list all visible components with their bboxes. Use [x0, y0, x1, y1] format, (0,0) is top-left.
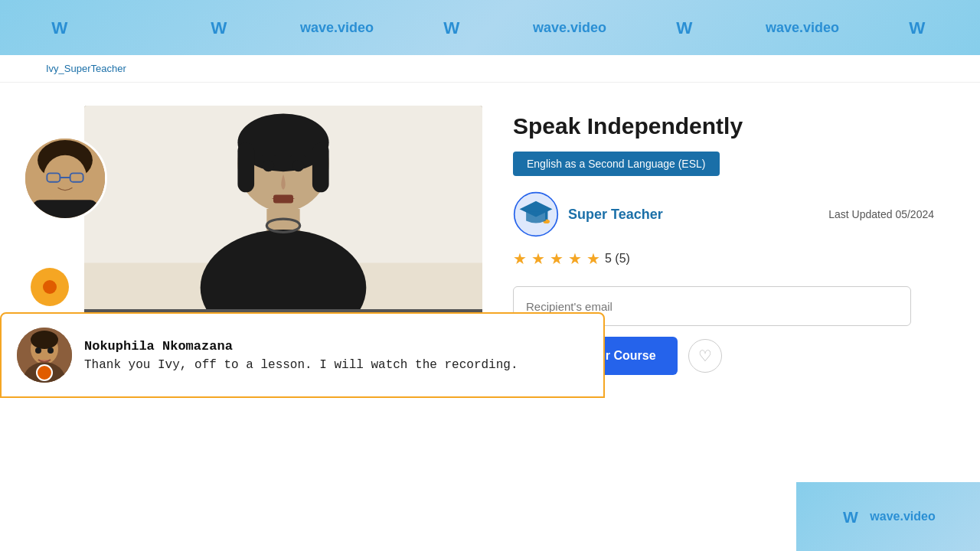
banner-logo-2: W	[208, 15, 233, 40]
last-updated: Last Updated 05/2024	[828, 208, 934, 220]
heart-icon: ♡	[698, 347, 712, 365]
category-badge: English as a Second Language (ESL)	[513, 152, 720, 176]
star-5: ★	[586, 249, 600, 268]
banner-logo-1: W	[49, 15, 74, 40]
chat-content: Nokuphila Nkomazana Thank you Ivy, off t…	[84, 339, 588, 372]
avatar	[23, 136, 107, 220]
svg-point-22	[263, 160, 274, 171]
chat-username: Nokuphila Nkomazana	[84, 339, 588, 354]
chat-avatar	[17, 328, 72, 383]
wishlist-button[interactable]: ♡	[688, 339, 722, 373]
banner-label-2: wave.video	[300, 20, 374, 36]
banner-logo-3: W	[441, 15, 466, 40]
banner-text-2: wave.video	[300, 20, 374, 36]
banner-label-3: wave.video	[533, 20, 606, 36]
svg-rect-18	[312, 142, 329, 192]
svg-point-40	[47, 347, 54, 354]
bottom-wave-text: wave.video	[870, 510, 935, 523]
star-4: ★	[568, 249, 582, 268]
svg-point-39	[35, 347, 41, 354]
live-indicator	[31, 268, 69, 306]
instructor-logo-icon	[513, 191, 559, 237]
instructor-row: Super Teacher Last Updated 05/2024	[513, 191, 934, 237]
star-3: ★	[550, 249, 564, 268]
star-2: ★	[531, 249, 545, 268]
star-1: ★	[513, 249, 527, 268]
instructor-info: Super Teacher	[513, 191, 663, 237]
svg-text:W: W	[909, 18, 926, 37]
svg-point-23	[292, 160, 304, 171]
svg-rect-24	[273, 195, 293, 204]
top-banner: W W wave.video W wave.video W wave.video…	[0, 0, 980, 55]
svg-point-38	[31, 331, 58, 349]
video-thumbnail	[84, 106, 482, 312]
svg-text:W: W	[51, 18, 68, 37]
banner-text-4: wave.video	[766, 20, 839, 36]
rating-row: ★ ★ ★ ★ ★ 5 (5)	[513, 249, 934, 268]
main-content: Ivy_SuperTeacher	[0, 83, 980, 398]
live-dot	[43, 280, 57, 294]
banner-logo-5: W	[906, 15, 931, 40]
svg-text:W: W	[843, 508, 858, 526]
breadcrumb-text: Ivy_SuperTeacher	[46, 63, 126, 74]
avatar-image	[25, 139, 105, 218]
svg-rect-17	[237, 142, 254, 192]
bottom-wave-banner: W wave.video	[796, 482, 980, 551]
breadcrumb: Ivy_SuperTeacher	[0, 55, 980, 83]
banner-logo-4: W	[674, 15, 698, 40]
banner-label-4: wave.video	[766, 20, 839, 36]
chat-overlay: Nokuphila Nkomazana Thank you Ivy, off t…	[0, 312, 605, 398]
recording-indicator	[36, 364, 53, 381]
bottom-wave-logo: W	[841, 505, 864, 528]
course-title: Speak Independently	[513, 113, 934, 139]
svg-text:W: W	[211, 18, 227, 37]
svg-text:W: W	[443, 18, 460, 37]
instructor-name: Super Teacher	[568, 207, 663, 223]
banner-text-3: wave.video	[533, 20, 606, 36]
svg-text:W: W	[676, 18, 693, 37]
rating-text: 5 (5)	[605, 252, 630, 266]
chat-message: Thank you Ivy, off to a lesson. I will w…	[84, 358, 588, 372]
